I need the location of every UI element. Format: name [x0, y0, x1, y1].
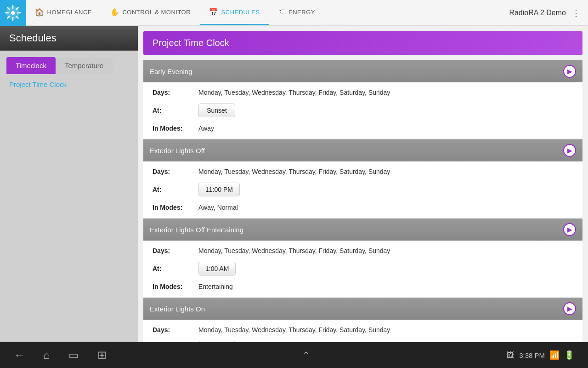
battery-icon: 🔋	[564, 350, 574, 360]
time-button-exterior-lights-off-entertaining-1[interactable]: 1:00 AM	[198, 262, 236, 276]
section-body-exterior-lights-on: Days:Monday, Tuesday, Wednesday, Thursda…	[143, 320, 582, 342]
grid-icon[interactable]: ⊞	[97, 349, 107, 362]
section-header-early-evening[interactable]: Early Evening ▶	[143, 60, 582, 82]
section-row-early-evening-1: At:Sunset	[143, 100, 582, 121]
main-layout: Schedules Timeclock Temperature Project …	[0, 26, 588, 342]
section-row-exterior-lights-off-2: In Modes:Away, Normal	[143, 200, 582, 215]
sidebar-tabs: Timeclock Temperature	[0, 51, 138, 74]
sidebar-item-project-time-clock[interactable]: Project Time Clock	[0, 74, 138, 95]
sidebar-tab-temperature[interactable]: Temperature	[56, 57, 113, 74]
row-label-exterior-lights-off-entertaining-1: At:	[153, 265, 198, 272]
section-exterior-lights-off-entertaining: Exterior Lights Off Entertaining ▶ Days:…	[143, 218, 582, 297]
section-arrow-early-evening[interactable]: ▶	[563, 65, 576, 78]
section-row-exterior-lights-off-entertaining-1: At:1:00 AM	[143, 258, 582, 279]
bottom-nav-icons: ← ⌂ ▭ ⊞	[14, 349, 107, 362]
calendar-icon: 📅	[209, 8, 219, 17]
section-row-exterior-lights-off-entertaining-0: Days:Monday, Tuesday, Wednesday, Thursda…	[143, 243, 582, 258]
section-body-exterior-lights-off-entertaining: Days:Monday, Tuesday, Wednesday, Thursda…	[143, 241, 582, 297]
tab-energy[interactable]: 🏷 ENERGY	[269, 0, 324, 25]
section-body-exterior-lights-off: Days:Monday, Tuesday, Wednesday, Thursda…	[143, 161, 582, 218]
row-value-exterior-lights-off-2: Away, Normal	[198, 204, 573, 211]
row-label-early-evening-2: In Modes:	[153, 125, 198, 132]
row-value-early-evening-0: Monday, Tuesday, Wednesday, Thursday, Fr…	[198, 89, 573, 96]
row-label-exterior-lights-off-entertaining-2: In Modes:	[153, 283, 198, 290]
section-early-evening: Early Evening ▶ Days:Monday, Tuesday, We…	[143, 60, 582, 138]
home-icon[interactable]: ⌂	[43, 349, 50, 362]
section-exterior-lights-off: Exterior Lights Off ▶ Days:Monday, Tuesd…	[143, 139, 582, 218]
content-area: Project Time Clock Early Evening ▶ Days:…	[138, 26, 588, 342]
section-row-exterior-lights-off-1: At:11:00 PM	[143, 179, 582, 200]
section-row-exterior-lights-off-0: Days:Monday, Tuesday, Wednesday, Thursda…	[143, 164, 582, 179]
bottom-right-status: 🖼 3:38 PM 📶 🔋	[506, 350, 574, 360]
section-header-exterior-lights-off[interactable]: Exterior Lights Off ▶	[143, 139, 582, 161]
tab-schedules[interactable]: 📅 SCHEDULES	[200, 0, 269, 25]
row-label-exterior-lights-on-0: Days:	[153, 326, 198, 334]
row-value-exterior-lights-on-0: Monday, Tuesday, Wednesday, Thursday, Fr…	[198, 326, 573, 334]
section-header-exterior-lights-off-entertaining[interactable]: Exterior Lights Off Entertaining ▶	[143, 218, 582, 241]
page-title: Project Time Clock	[143, 31, 582, 55]
tab-control-monitor[interactable]: ✋ CONTROL & MONITOR	[101, 0, 200, 25]
gallery-icon: 🖼	[506, 351, 514, 360]
row-label-exterior-lights-off-entertaining-0: Days:	[153, 247, 198, 254]
section-header-exterior-lights-on[interactable]: Exterior Lights On ▶	[143, 298, 582, 320]
row-value-exterior-lights-off-entertaining-2: Entertaining	[198, 283, 573, 290]
row-label-early-evening-1: At:	[153, 107, 198, 114]
sections-container: Early Evening ▶ Days:Monday, Tuesday, We…	[143, 60, 582, 342]
section-arrow-exterior-lights-on[interactable]: ▶	[563, 302, 576, 315]
more-options-icon[interactable]: ⋮	[571, 7, 581, 18]
tab-control-monitor-label: CONTROL & MONITOR	[122, 9, 191, 16]
section-title-exterior-lights-off: Exterior Lights Off	[150, 147, 205, 155]
section-title-exterior-lights-on: Exterior Lights On	[150, 305, 205, 313]
section-arrow-exterior-lights-off-entertaining[interactable]: ▶	[563, 223, 576, 236]
section-row-early-evening-0: Days:Monday, Tuesday, Wednesday, Thursda…	[143, 85, 582, 100]
row-label-exterior-lights-off-1: At:	[153, 186, 198, 193]
section-row-early-evening-2: In Modes:Away	[143, 121, 582, 136]
nav-right: RadioRA 2 Demo ⋮	[509, 7, 588, 18]
nav-tabs: 🏠 HOMEGLANCE ✋ CONTROL & MONITOR 📅 SCHED…	[26, 0, 509, 25]
wifi-icon: 📶	[549, 350, 560, 360]
section-row-exterior-lights-on-1: At:Sunset	[143, 337, 582, 342]
row-value-early-evening-2: Away	[198, 125, 573, 132]
section-row-exterior-lights-on-0: Days:Monday, Tuesday, Wednesday, Thursda…	[143, 322, 582, 337]
app-title: RadioRA 2 Demo	[509, 9, 566, 17]
back-icon[interactable]: ←	[14, 349, 25, 362]
recents-icon[interactable]: ▭	[68, 349, 79, 362]
bottom-bar: ← ⌂ ▭ ⊞ ⌃ 🖼 3:38 PM 📶 🔋	[0, 342, 588, 368]
home-icon: 🏠	[35, 8, 45, 17]
sidebar-tab-timeclock[interactable]: Timeclock	[6, 57, 56, 74]
section-title-early-evening: Early Evening	[150, 68, 192, 75]
bottom-center-icon[interactable]: ⌃	[302, 350, 310, 361]
tab-energy-label: ENERGY	[288, 9, 315, 16]
sidebar-header: Schedules	[0, 26, 138, 51]
hand-icon: ✋	[110, 8, 120, 17]
section-arrow-exterior-lights-off[interactable]: ▶	[563, 144, 576, 157]
app-logo	[0, 0, 26, 26]
sidebar: Schedules Timeclock Temperature Project …	[0, 26, 138, 342]
row-label-exterior-lights-off-0: Days:	[153, 168, 198, 175]
time-button-exterior-lights-off-1[interactable]: 11:00 PM	[198, 183, 240, 196]
time-button-early-evening-1[interactable]: Sunset	[198, 104, 235, 117]
tab-homeglance-label: HOMEGLANCE	[47, 9, 92, 16]
energy-icon: 🏷	[278, 8, 286, 16]
time-display: 3:38 PM	[519, 351, 545, 359]
top-navigation: 🏠 HOMEGLANCE ✋ CONTROL & MONITOR 📅 SCHED…	[0, 0, 588, 26]
svg-point-1	[11, 11, 15, 15]
section-row-exterior-lights-off-entertaining-2: In Modes:Entertaining	[143, 279, 582, 294]
section-exterior-lights-on: Exterior Lights On ▶ Days:Monday, Tuesda…	[143, 298, 582, 342]
row-label-early-evening-0: Days:	[153, 89, 198, 96]
section-title-exterior-lights-off-entertaining: Exterior Lights Off Entertaining	[150, 226, 243, 234]
section-body-early-evening: Days:Monday, Tuesday, Wednesday, Thursda…	[143, 82, 582, 138]
row-value-exterior-lights-off-0: Monday, Tuesday, Wednesday, Thursday, Fr…	[198, 168, 573, 175]
row-value-exterior-lights-off-entertaining-0: Monday, Tuesday, Wednesday, Thursday, Fr…	[198, 247, 573, 254]
tab-schedules-label: SCHEDULES	[221, 9, 260, 16]
row-label-exterior-lights-off-2: In Modes:	[153, 204, 198, 211]
tab-homeglance[interactable]: 🏠 HOMEGLANCE	[26, 0, 101, 25]
